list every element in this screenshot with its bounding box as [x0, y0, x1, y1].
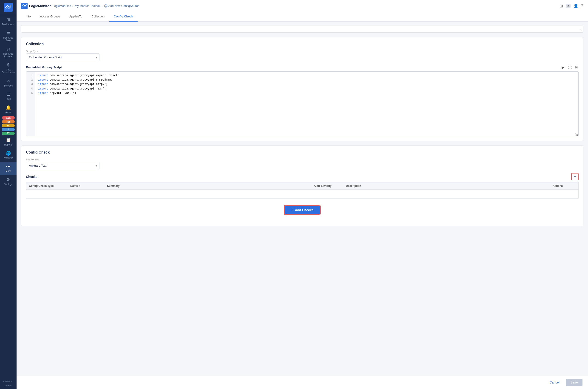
brand-logo: LogicMonitor	[21, 3, 51, 9]
tab-collection[interactable]: Collection	[87, 12, 109, 22]
grid-icon[interactable]: ⊞	[559, 3, 563, 8]
config-source-icon: ⚙	[104, 4, 108, 8]
collection-section: Collection Script Type Embedded Groovy S…	[21, 37, 584, 141]
code-editor-title: Embedded Groovy Script	[26, 66, 62, 69]
badge-0: 0	[2, 128, 15, 131]
sidebar-item-websites-label: Websites	[4, 157, 13, 160]
sidebar-item-more-label: More	[6, 170, 11, 173]
save-button[interactable]: Save	[566, 379, 583, 386]
breadcrumb-current[interactable]: ⚙ Add New ConfigSource	[104, 4, 139, 8]
topbar: LogicMonitor LogicModules › My Module To…	[17, 0, 588, 12]
badge-6k: 6.3k	[2, 116, 15, 120]
sidebar-item-cost-opt-label: Cost Optimization	[1, 68, 16, 74]
code-editor-actions: ▶ ⛶ ⎘	[561, 65, 579, 70]
tab-applies-to[interactable]: AppliesTo	[65, 12, 87, 22]
col-name: Name ↑	[70, 184, 107, 188]
file-format-select-wrapper: Arbitrary Text JSON XML YAML	[26, 162, 100, 169]
sidebar-item-logs[interactable]: ☰ Logs	[0, 90, 17, 103]
code-lines[interactable]: import com.santaba.agent.groovyapi.expec…	[35, 72, 578, 136]
top-textarea-stub: ⤡	[21, 25, 584, 32]
script-type-label: Script Type	[26, 50, 579, 53]
badge-27: 27	[2, 132, 15, 135]
dashboards-icon: ⊞	[7, 17, 10, 22]
user-icon[interactable]: 👤	[573, 3, 578, 8]
checks-header: Checks +	[26, 173, 579, 180]
script-type-select[interactable]: Embedded Groovy Script External Script S…	[26, 54, 100, 61]
sidebar-item-dashboards-label: Dashboards	[2, 23, 14, 26]
tab-config-check[interactable]: Config Check	[109, 12, 138, 22]
checks-label: Checks	[26, 175, 37, 179]
brand-name: LogicMonitor	[29, 4, 51, 8]
websites-icon: 🌐	[6, 151, 11, 156]
checks-table-header: Config Check Type Name ↑ Summary Alert S…	[26, 182, 579, 189]
add-checks-container: + Add Checks	[26, 198, 579, 222]
sidebar-item-resource-explorer[interactable]: ◎ Resource Explorer	[0, 44, 17, 60]
fullscreen-button[interactable]: ⛶	[567, 65, 573, 70]
sidebar-item-reports-label: Reports	[4, 143, 12, 146]
cost-opt-icon: $	[7, 63, 9, 67]
services-icon: ≋	[7, 78, 10, 84]
code-line-2: import com.santaba.agent.groovyapi.snmp.…	[38, 78, 576, 82]
sidebar-item-more[interactable]: ••• More	[0, 162, 17, 175]
sidebar-logo	[0, 0, 17, 15]
main-area: LogicMonitor LogicModules › My Module To…	[17, 0, 588, 389]
sidebar-item-cost-opt[interactable]: $ Cost Optimization	[0, 60, 17, 76]
sidebar-item-dashboards[interactable]: ⊞ Dashboards	[0, 15, 17, 28]
col-description: Description	[346, 184, 553, 188]
cancel-button[interactable]: Cancel	[546, 379, 563, 386]
line-numbers: 1 2 3 4 5	[26, 72, 35, 136]
svg-text:⚙: ⚙	[105, 5, 107, 7]
help-icon[interactable]: ?	[581, 3, 584, 8]
sidebar-item-settings-label: Settings	[4, 183, 12, 186]
code-line-4: import com.santaba.agent.groovyapi.jmx.*…	[38, 87, 576, 91]
more-icon: •••	[6, 164, 11, 169]
badge-818: 818	[2, 120, 15, 124]
sidebar-item-services-label: Services	[4, 84, 13, 87]
breadcrumb-root[interactable]: LogicModules	[53, 4, 71, 8]
code-line-3: import com.santaba.agent.groovyapi.http.…	[38, 82, 576, 87]
svg-rect-0	[4, 3, 13, 12]
file-format-select[interactable]: Arbitrary Text JSON XML YAML	[26, 162, 100, 169]
sidebar-item-websites[interactable]: 🌐 Websites	[0, 149, 17, 162]
sidebar-item-reports[interactable]: 📋 Reports	[0, 135, 17, 149]
code-resize-handle: ⤡	[575, 133, 578, 135]
sidebar-item-services[interactable]: ≋ Services	[0, 76, 17, 90]
sidebar-item-resource-tree[interactable]: ▤ Resource Tree	[0, 28, 17, 44]
breadcrumb-current-label: Add New ConfigSource	[109, 4, 139, 8]
tab-access-groups[interactable]: Access Groups	[35, 12, 65, 22]
add-check-plus-button[interactable]: +	[571, 173, 579, 180]
file-format-label: File Format	[26, 158, 579, 161]
content-area: ⤡ Collection Script Type Embedded Groovy…	[17, 22, 588, 389]
code-editor-header: Embedded Groovy Script ▶ ⛶ ⎘	[26, 65, 579, 70]
svg-text:POWERED BY: POWERED BY	[3, 381, 12, 382]
col-alert-severity: Alert Severity	[314, 184, 346, 188]
sidebar-item-alerts[interactable]: 🔔 Alerts	[0, 103, 17, 116]
add-checks-button[interactable]: + Add Checks	[284, 205, 320, 215]
badge-8k: 8k	[2, 124, 15, 127]
col-summary: Summary	[107, 184, 314, 188]
tab-bar: Info Access Groups AppliesTo Collection …	[17, 12, 588, 22]
code-editor[interactable]: 1 2 3 4 5 import com.santaba.agent.groov…	[26, 71, 579, 136]
reports-icon: 📋	[6, 137, 11, 142]
code-line-1: import com.santaba.agent.groovyapi.expec…	[38, 73, 576, 78]
tab-info[interactable]: Info	[21, 12, 35, 22]
sidebar-item-resource-explorer-label: Resource Explorer	[1, 53, 16, 58]
breadcrumb-sep2: ›	[102, 4, 103, 8]
resource-tree-icon: ▤	[6, 31, 10, 35]
sidebar-item-alerts-label: Alerts	[5, 111, 11, 114]
copy-button[interactable]: ⎘	[574, 65, 579, 70]
logs-icon: ☰	[6, 92, 10, 97]
svg-text:LogicMonitor: LogicMonitor	[4, 385, 12, 387]
run-button[interactable]: ▶	[561, 65, 565, 70]
checks-table-body	[26, 189, 579, 198]
breadcrumb-sep1: ›	[72, 4, 73, 8]
resize-handle-top: ⤡	[580, 28, 582, 32]
notification-badge[interactable]: 2	[566, 4, 571, 8]
sidebar-item-logs-label: Logs	[6, 98, 11, 100]
code-line-5: import org.xbill.DNS.*;	[38, 91, 576, 96]
resource-explorer-icon: ◎	[6, 47, 10, 52]
sidebar-item-settings[interactable]: ⚙ Settings	[0, 175, 17, 188]
collection-title: Collection	[26, 42, 579, 46]
alert-badges: 6.3k 818 8k 0 27	[0, 116, 17, 135]
breadcrumb-parent[interactable]: My Module Toolbox	[75, 4, 101, 8]
